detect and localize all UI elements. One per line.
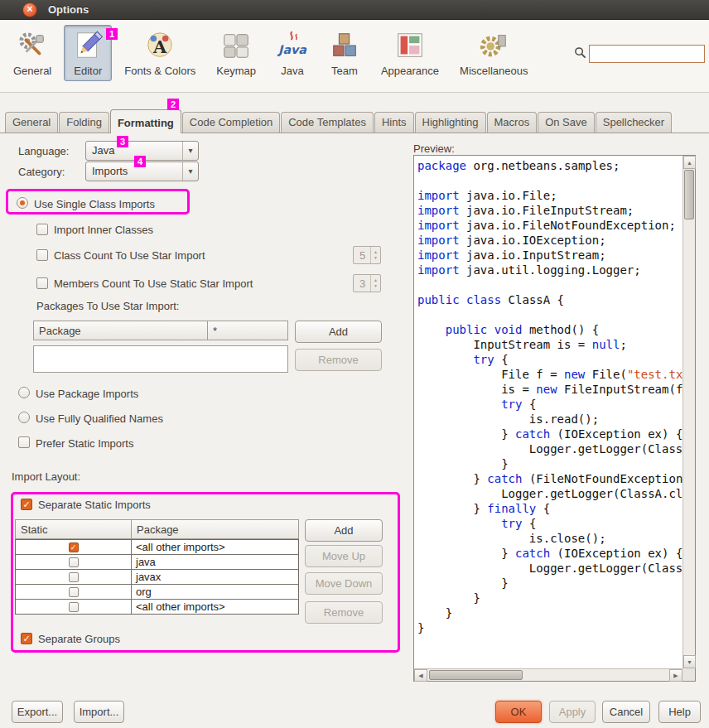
move-up-button[interactable]: Move Up [305,545,383,567]
package-cell: <all other imports> [132,540,298,554]
tab-code-completion[interactable]: Code Completion [182,112,280,133]
packages-star-table-body[interactable] [33,345,288,373]
code-line: import java.util.logging.Logger; [417,263,682,277]
tab-bar: GeneralFoldingFormattingCode CompletionC… [0,108,709,133]
import-layout-row[interactable]: java [16,555,298,570]
star-column-header[interactable]: * [207,321,288,340]
window-close-button[interactable]: × [22,2,37,17]
horizontal-scroll-thumb[interactable] [429,670,523,680]
import-layout-label: Import Layout: [12,470,80,483]
code-line: } [417,605,682,620]
package-column-header[interactable]: Package [33,321,208,340]
annotation-badge-3: 3 [117,136,128,147]
import-layout-row[interactable]: org [16,585,298,600]
static-checkbox[interactable] [69,587,79,597]
language-label: Language: [18,145,69,157]
vertical-scroll-thumb[interactable] [684,170,694,219]
code-line: } catch (IOException ex) { [417,546,682,561]
miscellaneous-icon [478,30,509,61]
toolbar-item-appearance[interactable]: Appearance [373,25,447,81]
tab-folding[interactable]: Folding [59,112,109,133]
import-layout-row[interactable]: javax [16,570,298,585]
use-single-class-imports-radio[interactable] [17,197,28,209]
code-line: try { [417,397,682,412]
tab-code-templates[interactable]: Code Templates [281,112,374,133]
static-column-header[interactable]: Static [15,519,132,539]
window-title: Options [48,3,89,16]
tab-highlighting[interactable]: Highlighting [415,112,486,133]
code-line: public class ClassA { [417,292,682,307]
import-layout-row[interactable]: <all other imports> [16,600,298,614]
team-icon [329,30,360,61]
scroll-down-icon[interactable]: ▼ [683,655,696,668]
static-checkbox[interactable] [69,542,79,552]
class-count-star-checkbox[interactable] [36,249,48,261]
code-line: Logger.getLogger(ClassA.class.getName())… [417,561,682,576]
code-line: InputStream is = null; [417,337,682,352]
static-checkbox[interactable] [69,572,79,582]
use-fully-qualified-radio[interactable] [18,412,30,423]
move-down-button[interactable]: Move Down [305,572,383,595]
chevron-down-icon[interactable]: ▾ [182,162,198,181]
spinner-arrows-icon[interactable]: ▲▼ [370,247,380,263]
tab-macros[interactable]: Macros [487,112,538,133]
layout-add-button[interactable]: Add [305,519,383,542]
import-layout-table[interactable]: <all other imports>javajavaxorg<all othe… [15,539,299,615]
package-remove-button[interactable]: Remove [295,349,382,371]
spinner-arrows-icon[interactable]: ▲▼ [370,275,380,292]
code-line: } catch (IOException ex) { [417,427,682,441]
use-package-imports-radio[interactable] [18,387,30,398]
toolbar-item-miscellaneous[interactable]: Miscellaneous [451,25,536,81]
tab-general[interactable]: General [5,112,58,133]
help-button[interactable]: Help [658,701,701,723]
scroll-up-icon[interactable]: ▲ [683,156,696,169]
toolbar-item-editor[interactable]: Editor [64,25,112,81]
prefer-static-imports-checkbox[interactable] [18,436,30,448]
code-line: } [417,456,682,471]
package-cell: <all other imports> [132,600,298,614]
horizontal-scrollbar[interactable]: ◀ ▶ [414,668,682,681]
titlebar[interactable]: × Options [0,0,709,20]
scroll-right-icon[interactable]: ▶ [669,669,682,682]
tab-formatting[interactable]: Formatting [110,109,181,133]
cancel-button[interactable]: Cancel [602,701,650,723]
static-cell [16,570,132,584]
static-checkbox[interactable] [69,557,79,567]
ok-button[interactable]: OK [495,701,542,723]
toolbar-item-keymap[interactable]: Keymap [208,25,264,81]
code-line: import java.io.IOException; [417,233,682,248]
tab-on-save[interactable]: On Save [538,112,595,133]
layout-remove-button[interactable]: Remove [305,601,383,624]
annotation-badge-2: 2 [167,99,179,110]
annotation-badge-1: 1 [106,28,118,40]
separate-static-imports-checkbox[interactable] [21,499,32,510]
tab-hints[interactable]: Hints [374,112,414,133]
class-count-spinner[interactable]: 5 ▲▼ [353,246,381,264]
editor-icon [72,30,104,61]
import-inner-classes-checkbox[interactable] [36,224,48,235]
toolbar-item-fonts-colors[interactable]: AFonts & Colors [116,25,204,81]
static-checkbox[interactable] [69,602,79,612]
scroll-left-icon[interactable]: ◀ [414,669,427,682]
code-line: is.close(); [417,531,682,546]
apply-button[interactable]: Apply [549,701,596,723]
separate-groups-checkbox[interactable] [21,633,32,644]
members-count-spinner[interactable]: 3 ▲▼ [353,274,381,292]
code-line: is.read(); [417,412,682,427]
toolbar-item-general[interactable]: General [5,25,60,81]
vertical-scrollbar[interactable]: ▲ ▼ [682,156,695,668]
java-icon: Java [277,30,308,61]
search-input[interactable] [589,45,705,63]
toolbar-item-team[interactable]: Team [321,25,369,81]
package-add-button[interactable]: Add [295,321,382,343]
import-button[interactable]: Import... [74,701,124,723]
export-button[interactable]: Export... [12,701,63,723]
members-count-star-checkbox[interactable] [36,277,48,289]
toolbar-item-java[interactable]: JavaJava [268,25,316,81]
import-layout-row[interactable]: <all other imports> [16,540,298,555]
tab-spellchecker[interactable]: Spellchecker [596,112,672,133]
package-column-header-2[interactable]: Package [131,519,299,539]
use-single-class-imports-label: Use Single Class Imports [34,198,155,210]
chevron-down-icon[interactable]: ▾ [182,142,198,160]
code-line: } catch (FileNotFoundException ex) { [417,471,682,486]
